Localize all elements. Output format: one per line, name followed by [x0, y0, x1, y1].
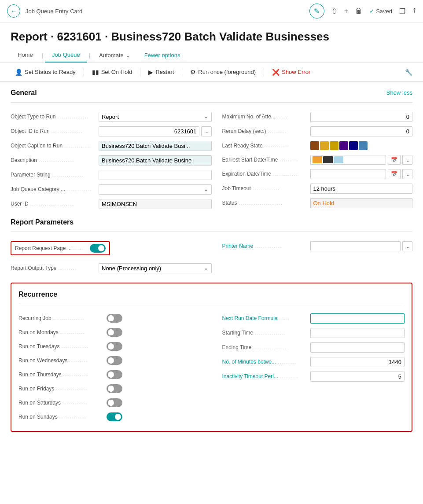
expiration-input[interactable] [310, 169, 386, 179]
ending-time-input[interactable] [310, 342, 405, 353]
user-id-label: User ID ..................... [11, 201, 99, 207]
report-request-toggle[interactable] [90, 244, 106, 253]
rerun-delay-input[interactable]: 0 [310, 126, 413, 136]
run-saturdays-thumb [108, 400, 114, 406]
printer-name-label: Printer Name ............. [222, 243, 310, 249]
report-params-section: Report Parameters Report Request Page ..… [11, 218, 412, 276]
inactivity-label: Inactivity Timeout Peri... ......... [222, 373, 310, 379]
restart-icon: ▶ [148, 69, 153, 76]
run-saturdays-toggle[interactable] [107, 398, 122, 407]
report-request-track [90, 244, 106, 253]
run-thursdays-toggle[interactable] [107, 370, 122, 379]
report-request-label: Report Request Page ... ........ [15, 245, 85, 251]
run-wednesdays-thumb [108, 357, 114, 364]
run-saturdays-track [107, 398, 122, 407]
no-minutes-input[interactable]: 1440 [310, 357, 405, 367]
edit-button[interactable]: ✎ [309, 4, 324, 18]
next-run-input[interactable] [310, 313, 405, 324]
restart-button[interactable]: ▶ Restart [144, 66, 178, 78]
saved-status: ✓ Saved [369, 8, 392, 15]
report-params-form: Report Request Page ... ........ [11, 239, 412, 276]
wrench-icon[interactable]: 🔧 [405, 69, 412, 76]
recurrence-right: Next Run Date Formula ..... Starting Tim… [212, 311, 405, 424]
starting-time-input[interactable] [310, 328, 405, 338]
nav-tabs: Home | Job Queue | Automate ⌄ Fewer opti… [0, 48, 423, 63]
object-id-input[interactable]: 6231601 [99, 126, 199, 136]
earliest-start-calendar[interactable]: 📅 [388, 155, 401, 165]
report-params-right: Printer Name ............. ... [212, 239, 413, 276]
swatch-light-blue [334, 156, 343, 163]
share-button[interactable]: ⇧ [331, 7, 337, 15]
inactivity-input[interactable]: 5 [310, 372, 405, 382]
fullscreen-button[interactable]: ⤴ [412, 7, 416, 15]
run-wednesdays-track [107, 356, 122, 365]
report-params-divider [11, 232, 412, 232]
job-queue-category-select[interactable] [99, 184, 212, 195]
action-separator-3 [182, 68, 182, 77]
next-run-row: Next Run Date Formula ..... [222, 311, 405, 326]
swatch-yellow [330, 141, 338, 150]
printer-name-input[interactable] [310, 241, 401, 251]
run-once-button[interactable]: ⚙ Run once (foreground) [186, 66, 260, 78]
swatch-blue [359, 141, 368, 150]
run-wednesdays-label: Run on Wednesdays ......... [18, 357, 107, 364]
delete-button[interactable]: 🗑 [355, 7, 362, 15]
starting-time-row: Starting Time ............... [222, 326, 405, 340]
tab-automate[interactable]: Automate ⌄ [92, 48, 137, 62]
object-type-select[interactable]: Report [99, 112, 212, 122]
last-ready-state-swatches [310, 141, 413, 150]
add-button[interactable]: + [344, 7, 348, 15]
description-label: Description ................. [11, 157, 99, 163]
expiration-row: Expiration Date/Time ............ 📅 ... [222, 167, 413, 181]
user-id-input[interactable]: MSIMONSEN [99, 199, 212, 209]
error-icon: ❌ [272, 69, 280, 76]
run-wednesdays-row: Run on Wednesdays ......... [18, 353, 212, 368]
run-mondays-toggle[interactable] [107, 328, 122, 337]
report-output-type-wrapper: None (Processing only) [99, 263, 212, 273]
earliest-start-ellipsis[interactable]: ... [402, 155, 412, 165]
swatch-gold [320, 141, 329, 150]
parameter-string-input[interactable] [99, 170, 212, 180]
run-fridays-toggle[interactable] [107, 384, 122, 393]
run-thursdays-thumb [108, 372, 114, 378]
next-run-label: Next Run Date Formula ..... [222, 315, 310, 321]
report-output-type-select[interactable]: None (Processing only) [99, 263, 212, 273]
recurrence-form: Recurring Job ............... Run on Mon… [18, 311, 405, 424]
run-wednesdays-toggle[interactable] [107, 356, 122, 365]
object-caption-label: Object Caption to Run ............. [11, 143, 99, 149]
run-sundays-toggle[interactable] [107, 412, 122, 421]
set-status-ready-button[interactable]: 👤 Set Status to Ready [11, 66, 80, 78]
recurrence-title: Recurrence [18, 291, 57, 298]
max-attempts-input[interactable]: 0 [310, 112, 413, 122]
job-timeout-input[interactable]: 12 hours [310, 184, 413, 194]
tab-job-queue[interactable]: Job Queue [45, 48, 87, 63]
back-button[interactable]: ← [7, 4, 20, 18]
expiration-ellipsis[interactable]: ... [402, 169, 412, 179]
general-divider [11, 102, 412, 103]
run-tuesdays-toggle[interactable] [107, 342, 122, 351]
object-id-field: 6231601 ... [99, 126, 212, 136]
set-status-icon: 👤 [15, 69, 22, 76]
description-input[interactable]: Business720 Batch Validate Busine [99, 155, 212, 166]
ending-time-row: Ending Time ................ [222, 340, 405, 355]
max-attempts-row: Maximum No. of Atte... ..... 0 [222, 110, 413, 124]
tab-home[interactable]: Home [11, 48, 40, 63]
show-less-link[interactable]: Show less [386, 89, 412, 96]
printer-name-ellipsis[interactable]: ... [402, 241, 412, 251]
rerun-delay-label: Rerun Delay (sec.) ......... [222, 128, 310, 134]
general-section-title: General [11, 89, 37, 97]
fewer-options-link[interactable]: Fewer options [137, 48, 188, 62]
action-separator-4 [264, 68, 264, 77]
expand-button[interactable]: ❐ [399, 7, 405, 15]
show-error-button[interactable]: ❌ Show Error [268, 66, 315, 78]
object-id-ellipsis[interactable]: ... [201, 126, 211, 136]
set-on-hold-button[interactable]: ▮▮ Set On Hold [88, 66, 137, 78]
swatch-brown [310, 141, 319, 150]
earliest-start-label: Earliest Start Date/Time ......... [222, 157, 310, 163]
inactivity-row: Inactivity Timeout Peri... ......... 5 [222, 369, 405, 384]
object-caption-input[interactable]: Business720 Batch Validate Busi... [99, 141, 212, 151]
recurring-job-toggle[interactable] [107, 314, 122, 323]
action-bar: 👤 Set Status to Ready ▮▮ Set On Hold ▶ R… [0, 63, 423, 82]
expiration-calendar[interactable]: 📅 [388, 169, 401, 179]
page-title: Report · 6231601 · Business720 Batch Val… [0, 22, 423, 48]
